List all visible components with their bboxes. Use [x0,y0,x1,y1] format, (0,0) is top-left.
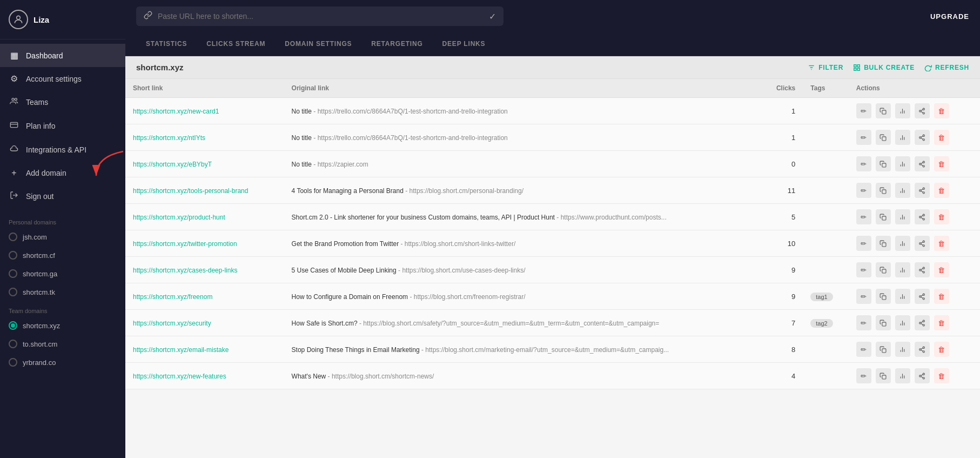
edit-button[interactable]: ✏ [856,236,871,251]
tab-domain-settings[interactable]: DOMAIN SETTINGS [275,34,361,55]
edit-button[interactable]: ✏ [856,130,871,145]
radio-shortcmxyz[interactable] [9,321,17,330]
delete-button[interactable]: 🗑 [934,103,949,118]
share-button[interactable] [915,368,930,383]
share-button[interactable] [915,236,930,251]
short-link-value[interactable]: https://shortcm.xyz/email-mistake [133,346,229,354]
radio-toshortem[interactable] [9,340,17,348]
domain-item-toshortem[interactable]: to.short.cm [0,335,125,353]
radio-shortcmga[interactable] [9,269,17,278]
stats-button[interactable] [895,209,910,224]
copy-button[interactable] [876,315,891,330]
stats-button[interactable] [895,262,910,277]
sidebar-item-sign-out[interactable]: Sign out [0,184,125,208]
delete-button[interactable]: 🗑 [934,368,949,383]
delete-button[interactable]: 🗑 [934,130,949,145]
short-link-value[interactable]: https://shortcm.xyz/cases-deep-links [133,267,237,274]
radio-shortcmtk[interactable] [9,288,17,296]
share-button[interactable] [915,289,930,304]
delete-button[interactable]: 🗑 [934,342,949,357]
edit-button[interactable]: ✏ [856,315,871,330]
copy-button[interactable] [876,209,891,224]
copy-button[interactable] [876,368,891,383]
delete-button[interactable]: 🗑 [934,156,949,171]
domain-item-shortcmga[interactable]: shortcm.ga [0,264,125,283]
domain-item-jsh[interactable]: jsh.com [0,228,125,246]
copy-button[interactable] [876,236,891,251]
short-link-value[interactable]: https://shortcm.xyz/product-hunt [133,214,225,221]
short-link-value[interactable]: https://shortcm.xyz/tools-personal-brand [133,187,248,195]
radio-jsh[interactable] [9,233,17,241]
tab-retargeting[interactable]: RETARGETING [361,34,432,55]
short-link-value[interactable]: https://shortcm.xyz/freenom [133,293,212,301]
delete-button[interactable]: 🗑 [934,262,949,277]
refresh-button[interactable]: REFRESH [924,64,969,71]
upgrade-button[interactable]: UPGRADE [930,12,969,21]
short-link-value[interactable]: https://shortcm.xyz/eBYbyT [133,161,212,168]
url-input-wrap[interactable]: ✓ [136,6,504,26]
stats-button[interactable] [895,183,910,198]
domain-item-shortcmtk[interactable]: shortcm.tk [0,283,125,301]
copy-button[interactable] [876,262,891,277]
copy-button[interactable] [876,183,891,198]
sidebar-item-account-settings[interactable]: ⚙ Account settings [0,67,125,90]
url-input[interactable] [158,12,484,21]
edit-button[interactable]: ✏ [856,103,871,118]
delete-button[interactable]: 🗑 [934,315,949,330]
domain-item-shortcmcf[interactable]: shortcm.cf [0,246,125,264]
stats-button[interactable] [895,130,910,145]
sidebar-item-plan-info[interactable]: Plan info [0,114,125,138]
share-button[interactable] [915,315,930,330]
edit-button[interactable]: ✏ [856,262,871,277]
svg-point-1 [12,98,14,101]
copy-button[interactable] [876,130,891,145]
tab-clicks-stream[interactable]: CLICKS STREAM [197,34,275,55]
stats-button[interactable] [895,315,910,330]
tab-statistics[interactable]: STATISTICS [136,34,197,55]
short-link-value[interactable]: https://shortcm.xyz/ntIYts [133,134,205,142]
stats-button[interactable] [895,103,910,118]
share-button[interactable] [915,130,930,145]
share-button[interactable] [915,156,930,171]
sidebar-item-dashboard[interactable]: ▦ Dashboard [0,44,125,67]
share-button[interactable] [915,209,930,224]
delete-button[interactable]: 🗑 [934,209,949,224]
edit-button[interactable]: ✏ [856,183,871,198]
sidebar-item-teams[interactable]: Teams [0,90,125,114]
stats-button[interactable] [895,156,910,171]
tab-deep-links[interactable]: DEEP LINKS [433,34,495,55]
short-link-value[interactable]: https://shortcm.xyz/twitter-promotion [133,240,237,248]
delete-button[interactable]: 🗑 [934,236,949,251]
radio-yrbrand[interactable] [9,358,17,367]
copy-button[interactable] [876,342,891,357]
copy-button[interactable] [876,156,891,171]
share-button[interactable] [915,342,930,357]
stats-button[interactable] [895,368,910,383]
filter-button[interactable]: FILTER [808,64,843,71]
short-link-value[interactable]: https://shortcm.xyz/security [133,320,211,327]
sidebar-item-integrations[interactable]: Integrations & API [0,138,125,162]
user-profile[interactable]: Liza [0,0,125,39]
domain-item-yrbrand[interactable]: yrbrand.co [0,353,125,371]
delete-button[interactable]: 🗑 [934,289,949,304]
bulk-create-button[interactable]: BULK CREATE [853,64,915,71]
sidebar-item-add-domain[interactable]: + Add domain [0,162,125,184]
short-link-value[interactable]: https://shortcm.xyz/new-card1 [133,108,219,115]
copy-button[interactable] [876,103,891,118]
stats-button[interactable] [895,236,910,251]
copy-button[interactable] [876,289,891,304]
stats-button[interactable] [895,342,910,357]
edit-button[interactable]: ✏ [856,289,871,304]
delete-button[interactable]: 🗑 [934,183,949,198]
share-button[interactable] [915,262,930,277]
share-button[interactable] [915,103,930,118]
stats-button[interactable] [895,289,910,304]
edit-button[interactable]: ✏ [856,209,871,224]
edit-button[interactable]: ✏ [856,156,871,171]
edit-button[interactable]: ✏ [856,368,871,383]
domain-item-shortcmxyz[interactable]: shortcm.xyz [0,316,125,335]
radio-shortcmcf[interactable] [9,251,17,260]
short-link-value[interactable]: https://shortcm.xyz/new-features [133,373,226,380]
share-button[interactable] [915,183,930,198]
edit-button[interactable]: ✏ [856,342,871,357]
